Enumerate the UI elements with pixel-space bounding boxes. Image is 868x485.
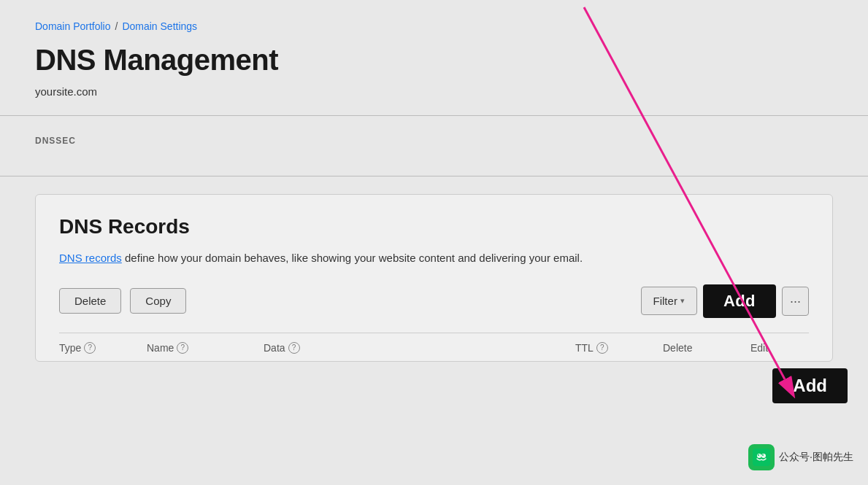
- add-tooltip: Add: [772, 368, 848, 403]
- toolbar-row: Delete Copy Filter ▾ Add ···: [59, 284, 809, 333]
- name-help-icon[interactable]: ?: [177, 342, 188, 354]
- svg-point-5: [758, 454, 759, 456]
- name-label: Name: [147, 342, 174, 354]
- table-header-data: Data ?: [264, 342, 575, 354]
- toolbar-left: Delete Copy: [59, 288, 186, 314]
- svg-rect-2: [753, 449, 770, 466]
- chevron-down-icon: ▾: [680, 296, 685, 306]
- watermark-text: 公众号·图帕先生: [779, 451, 853, 464]
- svg-point-3: [757, 454, 761, 458]
- dns-records-card: DNS Records DNS records define how your …: [35, 194, 833, 362]
- svg-point-6: [762, 454, 764, 456]
- ttl-label: TTL: [575, 342, 594, 354]
- type-help-icon[interactable]: ?: [84, 342, 96, 354]
- ttl-help-icon[interactable]: ?: [596, 342, 608, 354]
- ellipsis-icon: ···: [790, 294, 801, 309]
- edit-col-label: Edit: [750, 342, 768, 354]
- table-header-edit: Edit: [750, 342, 809, 354]
- table-header-name: Name ?: [147, 342, 264, 354]
- table-header-delete: Delete: [663, 342, 750, 354]
- more-options-button[interactable]: ···: [782, 287, 809, 316]
- dns-records-title: DNS Records: [59, 215, 809, 238]
- copy-button[interactable]: Copy: [130, 288, 186, 314]
- breadcrumb-current[interactable]: Domain Settings: [122, 20, 197, 32]
- table-header-type: Type ?: [59, 342, 147, 354]
- type-label: Type: [59, 342, 81, 354]
- data-label: Data: [264, 342, 285, 354]
- page-container: Domain Portfolio / Domain Settings DNS M…: [0, 0, 868, 485]
- dnssec-section: DNSSEC: [0, 116, 868, 161]
- breadcrumb-separator: /: [115, 20, 118, 32]
- page-title: DNS Management: [35, 44, 833, 77]
- add-button[interactable]: Add: [703, 284, 776, 318]
- header-area: Domain Portfolio / Domain Settings DNS M…: [0, 0, 868, 115]
- filter-label: Filter: [653, 295, 677, 307]
- table-header-ttl: TTL ?: [575, 342, 663, 354]
- filter-button[interactable]: Filter ▾: [641, 287, 697, 315]
- dns-records-link[interactable]: DNS records: [59, 252, 122, 264]
- toolbar-right: Filter ▾ Add ···: [641, 284, 809, 318]
- watermark-icon: [748, 444, 775, 470]
- dns-records-description-suffix: define how your domain behaves, like sho…: [122, 252, 583, 264]
- delete-button[interactable]: Delete: [59, 288, 121, 314]
- breadcrumb: Domain Portfolio / Domain Settings: [35, 20, 833, 32]
- table-header-row: Type ? Name ? Data ? TTL ? Delete Edit: [59, 333, 809, 361]
- dns-records-description: DNS records define how your domain behav…: [59, 250, 809, 267]
- data-help-icon[interactable]: ?: [288, 342, 300, 354]
- breadcrumb-parent[interactable]: Domain Portfolio: [35, 20, 111, 32]
- add-tooltip-text: Add: [793, 376, 827, 395]
- watermark: 公众号·图帕先生: [748, 444, 853, 470]
- domain-name: yoursite.com: [35, 85, 833, 98]
- dnssec-divider: [0, 176, 868, 176]
- dnssec-label: DNSSEC: [35, 136, 76, 146]
- svg-point-4: [761, 454, 766, 458]
- delete-col-label: Delete: [663, 342, 692, 354]
